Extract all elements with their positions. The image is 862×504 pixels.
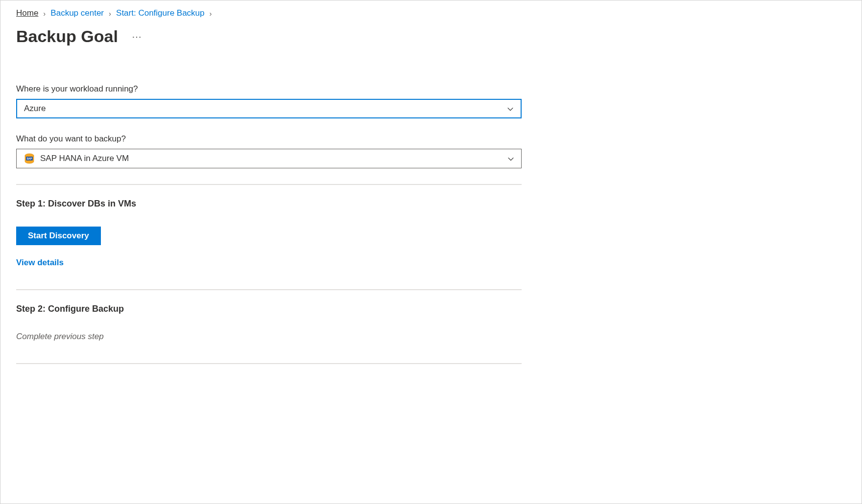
workload-location-value: Azure (24, 104, 507, 114)
start-discovery-button[interactable]: Start Discovery (16, 227, 101, 245)
page-title: Backup Goal (16, 27, 118, 46)
backup-target-group: What do you want to backup? SAP SAP HANA… (16, 134, 522, 168)
svg-text:SAP: SAP (27, 157, 32, 160)
backup-target-value: SAP HANA in Azure VM (40, 154, 503, 163)
sap-hana-icon: SAP (24, 153, 35, 164)
chevron-right-icon: › (210, 9, 212, 18)
backup-target-label: What do you want to backup? (16, 134, 522, 144)
step-2-note: Complete previous step (16, 332, 522, 342)
view-details-link[interactable]: View details (16, 258, 64, 268)
chevron-down-icon (507, 155, 514, 162)
step-2-section: Step 2: Configure Backup Complete previo… (16, 290, 522, 363)
step-1-section: Step 1: Discover DBs in VMs Start Discov… (16, 185, 522, 289)
form-section: Where is your workload running? Azure Wh… (16, 84, 522, 364)
chevron-right-icon: › (43, 9, 46, 18)
step-1-heading: Step 1: Discover DBs in VMs (16, 199, 522, 209)
divider (16, 363, 522, 364)
page-title-row: Backup Goal ⋯ (16, 27, 846, 46)
breadcrumb-home[interactable]: Home (16, 8, 38, 18)
more-icon[interactable]: ⋯ (132, 31, 143, 43)
backup-target-dropdown[interactable]: SAP SAP HANA in Azure VM (16, 149, 522, 168)
breadcrumb-backup-center[interactable]: Backup center (50, 8, 104, 18)
chevron-down-icon (507, 105, 514, 112)
breadcrumb: Home › Backup center › Start: Configure … (16, 8, 846, 18)
step-2-heading: Step 2: Configure Backup (16, 304, 522, 314)
breadcrumb-start-configure[interactable]: Start: Configure Backup (116, 8, 204, 18)
workload-location-label: Where is your workload running? (16, 84, 522, 94)
chevron-right-icon: › (109, 9, 111, 18)
workload-location-dropdown[interactable]: Azure (16, 99, 522, 118)
workload-location-group: Where is your workload running? Azure (16, 84, 522, 118)
